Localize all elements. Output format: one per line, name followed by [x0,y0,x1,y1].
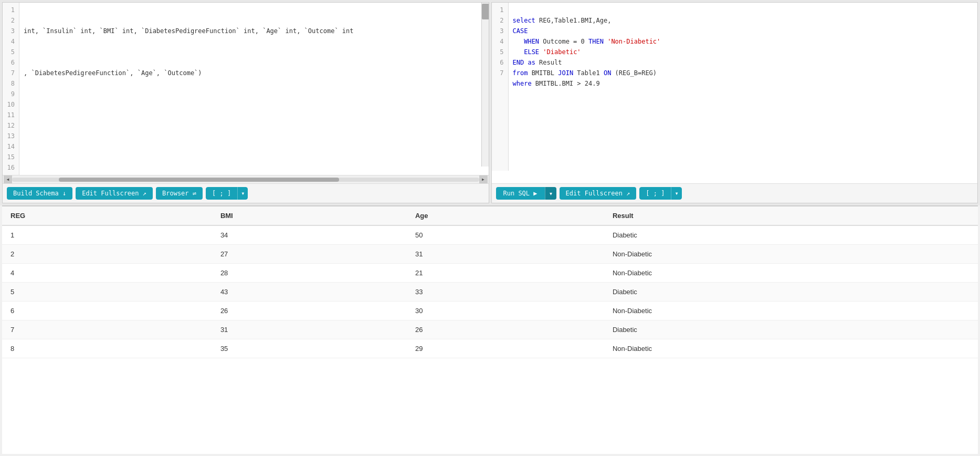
table-row: 83529Non-Diabetic [2,339,978,358]
cell-reg: 1 [2,225,212,245]
left-editor-toolbar: Build Schema ↓ Edit Fullscreen ↗ Browser… [3,183,489,203]
edit-fullscreen-left-button[interactable]: Edit Fullscreen ↗ [76,187,153,200]
cell-result: Non-Diabetic [604,302,978,320]
results-table: REG BMI Age Result 13450Diabetic22731Non… [2,206,978,358]
table-row: 54333Diabetic [2,283,978,302]
left-code-editor[interactable]: 1234 5678 9101112 13141516 int, `Insulin… [3,3,489,175]
table-row: 73126Diabetic [2,320,978,339]
cell-bmi: 31 [212,320,407,339]
cell-age: 31 [407,245,604,264]
left-code-lines: 1234 5678 9101112 13141516 int, `Insulin… [3,3,489,175]
left-vscroll-thumb[interactable] [482,4,489,19]
build-schema-button[interactable]: Build Schema ↓ [7,187,72,200]
left-code-content[interactable]: int, `Insulin` int, `BMI` int, `Diabetes… [19,3,489,175]
right-editor-toolbar: Run SQL ▶ ▾ Edit Fullscreen ↗ [ ; ] ▾ [492,183,978,203]
cell-reg: 5 [2,283,212,302]
editors-row: 1234 5678 9101112 13141516 int, `Insulin… [0,0,980,205]
cell-reg: 4 [2,264,212,283]
cell-bmi: 27 [212,245,407,264]
cell-result: Diabetic [604,283,978,302]
run-sql-group: Run SQL ▶ ▾ [496,187,556,200]
right-editor-panel: 1234 567 select REG,Table1.BMI,Age, CASE… [491,2,978,203]
right-line-numbers: 1234 567 [492,3,509,171]
cell-result: Diabetic [604,320,978,339]
left-editor-panel: 1234 5678 9101112 13141516 int, `Insulin… [2,2,489,203]
cell-result: Non-Diabetic [604,339,978,358]
edit-fullscreen-right-button[interactable]: Edit Fullscreen ↗ [560,187,637,200]
cell-reg: 8 [2,339,212,358]
cell-age: 21 [407,264,604,283]
left-line-numbers: 1234 5678 9101112 13141516 [3,3,19,175]
semicolon-left-dropdown[interactable]: ▾ [237,187,248,200]
semicolon-right-button[interactable]: [ ; ] [639,187,671,200]
semicolon-left-button[interactable]: [ ; ] [206,187,237,200]
cell-result: Diabetic [604,225,978,245]
cell-reg: 6 [2,302,212,320]
cell-result: Non-Diabetic [604,245,978,264]
results-table-header: REG BMI Age Result [2,206,978,225]
right-code-lines: 1234 567 select REG,Table1.BMI,Age, CASE… [492,3,978,171]
col-header-bmi: BMI [212,206,407,225]
cell-age: 29 [407,339,604,358]
table-row: 62630Non-Diabetic [2,302,978,320]
semicolon-right-group: [ ; ] ▾ [639,187,681,200]
left-scroll-left[interactable]: ◀ [4,175,12,184]
cell-bmi: 34 [212,225,407,245]
table-row: 13450Diabetic [2,225,978,245]
col-header-reg: REG [2,206,212,225]
left-scroll-track[interactable] [12,178,479,182]
browser-button[interactable]: Browser ⇌ [156,187,203,200]
cell-bmi: 28 [212,264,407,283]
cell-age: 33 [407,283,604,302]
cell-result: Non-Diabetic [604,264,978,283]
left-hscroll-row: ◀ ▶ [3,175,489,183]
col-header-age: Age [407,206,604,225]
left-vscroll[interactable] [481,3,489,167]
left-scroll-right[interactable]: ▶ [479,175,488,184]
right-code-editor[interactable]: 1234 567 select REG,Table1.BMI,Age, CASE… [492,3,978,183]
cell-age: 50 [407,225,604,245]
cell-age: 30 [407,302,604,320]
main-container: 1234 5678 9101112 13141516 int, `Insulin… [0,0,980,456]
cell-bmi: 43 [212,283,407,302]
results-header-row: REG BMI Age Result [2,206,978,225]
semicolon-right-dropdown[interactable]: ▾ [671,187,681,200]
results-table-body: 13450Diabetic22731Non-Diabetic42821Non-D… [2,225,978,358]
left-scroll-thumb[interactable] [59,178,339,182]
right-code-content[interactable]: select REG,Table1.BMI,Age, CASE WHEN Out… [509,3,978,171]
cell-reg: 2 [2,245,212,264]
cell-reg: 7 [2,320,212,339]
cell-bmi: 26 [212,302,407,320]
run-sql-dropdown[interactable]: ▾ [545,187,556,200]
semicolon-left-group: [ ; ] ▾ [206,187,248,200]
run-sql-button[interactable]: Run SQL ▶ [496,187,545,200]
table-row: 42821Non-Diabetic [2,264,978,283]
cell-bmi: 35 [212,339,407,358]
col-header-result: Result [604,206,978,225]
results-section: REG BMI Age Result 13450Diabetic22731Non… [2,205,978,454]
table-row: 22731Non-Diabetic [2,245,978,264]
cell-age: 26 [407,320,604,339]
